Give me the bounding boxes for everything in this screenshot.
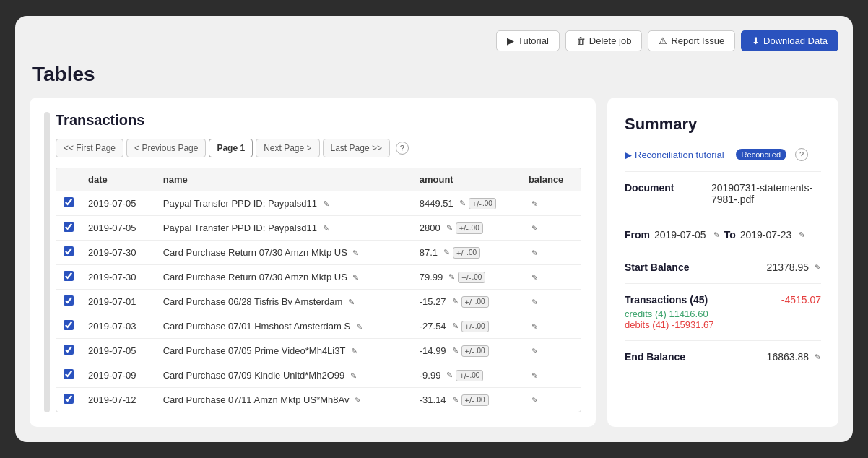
row-name-edit-icon[interactable]: ✎ [355,396,361,405]
amount-edit-icon[interactable]: ✎ [452,395,459,405]
transactions-panel: Transactions << First Page < Previous Pa… [30,98,596,427]
adjust-button[interactable]: +/- .00 [461,345,489,357]
transactions-table: date name amount balance 2019-07-05 Payp [56,168,581,412]
table-row: 2019-07-12 Card Purchase 07/11 Amzn Mktp… [56,388,581,412]
amount-edit-icon[interactable]: ✎ [452,346,459,355]
row-checkbox[interactable] [64,271,74,281]
balance-edit-icon[interactable]: ✎ [531,273,538,282]
to-date-edit-icon[interactable]: ✎ [799,230,805,240]
balance-edit-icon[interactable]: ✎ [531,224,538,233]
row-amount: -9.99 ✎ +/- .00 [412,363,521,388]
row-name-edit-icon[interactable]: ✎ [323,224,329,233]
summary-help-icon[interactable]: ? [795,148,808,161]
row-amount: 87.1 ✎ +/- .00 [412,241,521,265]
balance-edit-icon[interactable]: ✎ [531,199,538,209]
start-balance-edit-icon[interactable]: ✎ [815,263,821,272]
row-checkbox-cell[interactable] [56,388,81,412]
amount-edit-icon[interactable]: ✎ [446,371,453,380]
row-name-edit-icon[interactable]: ✎ [351,347,357,356]
row-checkbox[interactable] [64,222,74,232]
balance-edit-icon[interactable]: ✎ [531,371,538,381]
amount-edit-icon[interactable]: ✎ [443,248,450,257]
row-checkbox-cell[interactable] [56,265,81,290]
row-checkbox-cell[interactable] [56,314,81,339]
row-name: Card Purchase 07/11 Amzn Mktp US*Mh8Av ✎ [156,388,412,412]
download-data-button[interactable]: ⬇ Download Data [741,30,838,51]
header-date: date [81,168,156,191]
row-name-edit-icon[interactable]: ✎ [352,273,359,282]
adjust-button[interactable]: +/- .00 [469,198,496,209]
document-value: 20190731-statements-7981-.pdf [711,182,821,205]
row-checkbox-cell[interactable] [56,339,81,363]
amount-edit-icon[interactable]: ✎ [452,297,459,306]
row-name-edit-icon[interactable]: ✎ [356,322,363,332]
adjust-button[interactable]: +/- .00 [461,394,489,406]
adjust-button[interactable]: +/- .00 [456,222,483,234]
row-checkbox-cell[interactable] [56,216,81,241]
row-name: Card Purchase 06/28 Tisfris Bv Amsterdam… [156,290,412,314]
document-label: Document [625,182,711,194]
end-balance-row: End Balance 16863.88 ✎ [625,351,821,363]
row-checkbox-cell[interactable] [56,241,81,265]
amount-edit-icon[interactable]: ✎ [459,199,466,208]
amount-value: 8449.51 [420,198,453,209]
balance-edit-icon[interactable]: ✎ [531,347,538,356]
row-date: 2019-07-01 [81,290,156,314]
amount-value: 2800 [420,222,440,233]
row-name: Card Purchase 07/01 Hmshost Amsterdam S … [156,314,412,339]
row-checkbox[interactable] [64,320,74,330]
end-balance-edit-icon[interactable]: ✎ [815,353,821,362]
last-page-button[interactable]: Last Page >> [323,139,390,157]
credits-text: credits (4) 11416.60 [625,308,821,319]
row-checkbox-cell[interactable] [56,363,81,388]
tutorial-button[interactable]: ▶ Tutorial [496,30,560,51]
app-container: ▶ Tutorial 🗑 Delete job ⚠ Report Issue ⬇… [15,16,853,442]
row-checkbox[interactable] [64,345,74,355]
from-to-row: From 2019-07-05 ✎ To 2019-07-23 ✎ [625,229,821,251]
row-name-edit-icon[interactable]: ✎ [323,199,329,209]
current-page-button[interactable]: Page 1 [209,139,253,157]
row-checkbox-cell[interactable] [56,191,81,216]
balance-edit-icon[interactable]: ✎ [531,396,538,405]
first-page-button[interactable]: << First Page [56,139,123,157]
amount-value: -14.99 [420,345,446,356]
amount-edit-icon[interactable]: ✎ [452,321,459,331]
transactions-summary: Transactions (45) -4515.07 credits (4) 1… [625,294,821,341]
row-balance: ✎ [521,290,581,314]
row-checkbox[interactable] [64,369,74,379]
row-name-edit-icon[interactable]: ✎ [352,249,359,258]
to-label: To [724,229,736,241]
adjust-button[interactable]: +/- .00 [456,370,483,381]
trash-icon: 🗑 [576,35,586,46]
row-name-edit-icon[interactable]: ✎ [350,371,357,381]
row-name-edit-icon[interactable]: ✎ [348,298,355,307]
prev-page-button[interactable]: < Previous Page [126,139,206,157]
adjust-button[interactable]: +/- .00 [461,296,489,308]
adjust-button[interactable]: +/- .00 [453,247,480,259]
start-balance-row: Start Balance 21378.95 ✎ [625,262,821,284]
row-checkbox[interactable] [64,394,74,404]
adjust-button[interactable]: +/- .00 [461,321,489,332]
row-amount: -15.27 ✎ +/- .00 [412,290,521,314]
row-amount: -31.14 ✎ +/- .00 [412,388,521,412]
row-balance: ✎ [521,216,581,241]
next-page-button[interactable]: Next Page > [256,139,319,157]
reconciliation-tutorial-link[interactable]: ▶ Reconciliation tutorial [625,150,724,160]
pagination-help-icon[interactable]: ? [396,142,409,155]
balance-edit-icon[interactable]: ✎ [531,298,538,307]
balance-edit-icon[interactable]: ✎ [531,249,538,258]
amount-edit-icon[interactable]: ✎ [448,272,455,282]
row-checkbox[interactable] [64,197,74,207]
amount-edit-icon[interactable]: ✎ [446,223,453,233]
adjust-button[interactable]: +/- .00 [458,272,485,283]
from-date-edit-icon[interactable]: ✎ [713,230,720,240]
balance-edit-icon[interactable]: ✎ [531,322,538,332]
transactions-title: Transactions [56,112,581,129]
row-checkbox[interactable] [64,246,74,256]
report-issue-button[interactable]: ⚠ Report Issue [648,30,735,51]
sidebar-accent [44,112,50,412]
delete-job-button[interactable]: 🗑 Delete job [565,30,643,51]
row-date: 2019-07-05 [81,191,156,216]
row-checkbox[interactable] [64,295,74,306]
row-checkbox-cell[interactable] [56,290,81,314]
